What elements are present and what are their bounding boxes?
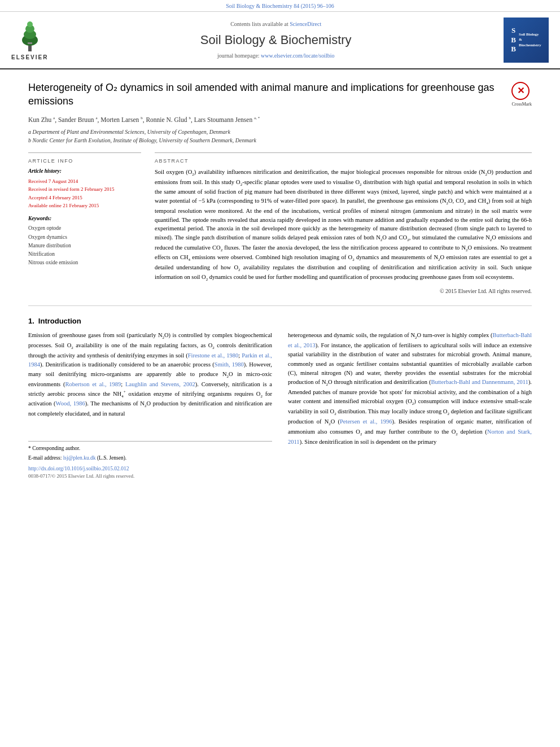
main-content: ✕ CrossMark Heterogeneity of O₂ dynamics… [0, 69, 560, 491]
copyright-notice: © 2015 Elsevier Ltd. All rights reserved… [155, 287, 532, 295]
issn-line: 0038-0717/© 2015 Elsevier Ltd. All right… [28, 473, 272, 480]
accepted-date: Accepted 4 February 2015 [28, 194, 141, 202]
article-info-abstract-section: ARTICLE INFO Article history: Received 7… [28, 152, 532, 295]
sciencedirect-link[interactable]: ScienceDirect [290, 21, 321, 27]
journal-header: ELSEVIER Contents lists available at Sci… [0, 12, 560, 69]
ref-butterbach-2013[interactable]: Butterbach-Bahl et al., 2013 [288, 332, 532, 348]
doi-line[interactable]: http://dx.doi.org/10.1016/j.soilbio.2015… [28, 465, 272, 473]
keywords-section: Keywords: Oxygen optode Oxygen dynamics … [28, 215, 141, 267]
affiliations: a Department of Plant and Environmental … [28, 128, 532, 145]
abstract-text: Soil oxygen (O2) availability influences… [155, 168, 532, 283]
intro-right-col: heterogeneous and dynamic soils, the reg… [288, 331, 532, 480]
keyword-3: Manure distribution [28, 242, 141, 250]
ref-wood-1986[interactable]: Wood, 1986 [56, 400, 85, 407]
affiliation-a: a Department of Plant and Environmental … [28, 128, 532, 136]
journal-reference-bar: Soil Biology & Biochemistry 84 (2015) 96… [0, 0, 560, 12]
email-name: (L.S. Jensen). [97, 455, 126, 461]
journal-title: Soil Biology & Biochemistry [48, 32, 504, 49]
received-date: Received 7 August 2014 [28, 178, 141, 185]
ref-petersen-1996[interactable]: Petersen et al., 1996 [340, 418, 392, 425]
svg-rect-5 [28, 42, 32, 44]
crossmark-icon: ✕ [511, 82, 530, 100]
ref-robertson-1989[interactable]: Robertson et al., 1989 [65, 381, 121, 387]
section-number: 1. [28, 317, 34, 325]
keyword-2: Oxygen dynamics [28, 234, 141, 241]
elsevier-logo: ELSEVIER [11, 19, 48, 62]
intro-right-text: heterogeneous and dynamic soils, the reg… [288, 331, 532, 447]
introduction-body: Emission of greenhouse gases from soil (… [28, 331, 532, 480]
svg-point-4 [27, 21, 33, 27]
article-title: Heterogeneity of O₂ dynamics in soil ame… [28, 81, 532, 108]
email-link[interactable]: lsj@plen.ku.dk [63, 455, 96, 461]
ref-smith-1980[interactable]: Smith, 1980 [215, 361, 244, 368]
abstract-label: ABSTRACT [155, 158, 532, 165]
authors-line: Kun Zhu a, Sander Bruun a, Morten Larsen… [28, 115, 532, 124]
keyword-4: Nitrification [28, 251, 141, 258]
journal-ref-text: Soil Biology & Biochemistry 84 (2015) 96… [226, 3, 334, 9]
section-title: Introduction [38, 317, 81, 325]
keyword-1: Oxygen optode [28, 225, 141, 232]
journal-header-center: Contents lists available at ScienceDirec… [48, 20, 504, 60]
elsevier-wordmark: ELSEVIER [11, 54, 48, 62]
history-label: Article history: [28, 168, 141, 175]
affiliation-b: b Nordic Center for Earth Evolution, Ins… [28, 136, 532, 145]
journal-header-left: ELSEVIER [11, 19, 48, 62]
ref-laughlin-2002[interactable]: Laughlin and Stevens, 2002 [125, 381, 195, 387]
section-divider [28, 305, 532, 306]
email-footnote: E-mail address: lsj@plen.ku.dk (L.S. Jen… [28, 455, 272, 462]
homepage-line: journal homepage: www.elsevier.com/locat… [48, 52, 504, 60]
introduction-heading: 1. Introduction [28, 316, 532, 326]
corresponding-author-note: * Corresponding author. [28, 445, 272, 452]
journal-logo-box: SBB Soil Biology&Biochemistry [504, 18, 549, 63]
homepage-link[interactable]: www.elsevier.com/locate/soilbio [261, 53, 334, 59]
ref-norton-2011[interactable]: Norton and Stark, 2011 [288, 429, 532, 445]
keyword-5: Nitrous oxide emission [28, 259, 141, 267]
keywords-label: Keywords: [28, 215, 141, 222]
elsevier-tree-icon [13, 19, 47, 53]
article-title-section: ✕ CrossMark Heterogeneity of O₂ dynamics… [28, 81, 532, 108]
sciencedirect-line: Contents lists available at ScienceDirec… [48, 20, 504, 28]
article-info-panel: ARTICLE INFO Article history: Received 7… [28, 152, 141, 295]
article-info-label: ARTICLE INFO [28, 158, 141, 165]
abstract-panel: ABSTRACT Soil oxygen (O2) availability i… [155, 152, 532, 295]
intro-left-col: Emission of greenhouse gases from soil (… [28, 331, 272, 480]
intro-left-text: Emission of greenhouse gases from soil (… [28, 331, 272, 418]
available-date: Available online 21 February 2015 [28, 202, 141, 209]
ref-firestone-1980[interactable]: Firestone et al., 1980 [188, 352, 239, 359]
ref-butterbach-2011[interactable]: Butterbach-Bahl and Dannenmann, 2011 [431, 379, 528, 385]
received-revised-date: Received in revised form 2 February 2015 [28, 186, 141, 193]
crossmark-badge[interactable]: ✕ CrossMark [511, 82, 532, 107]
footnote-area: * Corresponding author. E-mail address: … [28, 441, 272, 479]
